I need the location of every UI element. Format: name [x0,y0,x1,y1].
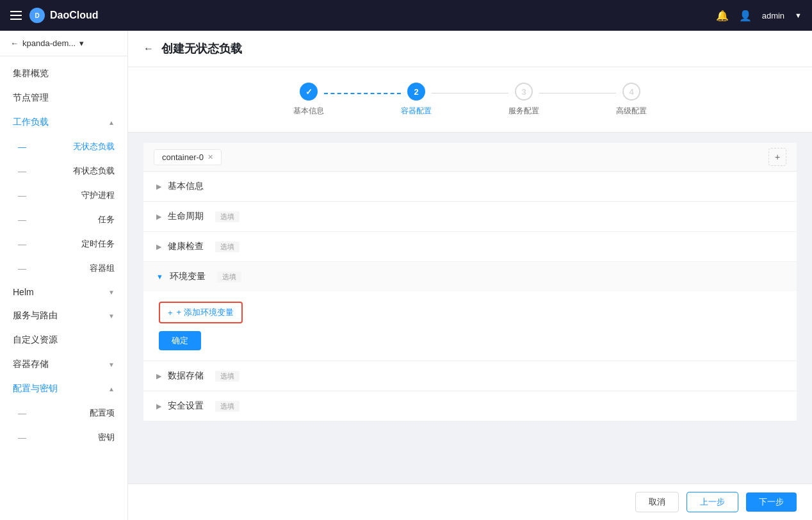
layout: ← kpanda-dem... ▾ 集群概览 节点管理 工作负载 ▲ — 无状态… [0,31,812,520]
env-section-content: + + 添加环境变量 确定 [143,291,797,361]
hamburger-menu[interactable] [10,11,22,20]
sidebar-item-container-group[interactable]: — 容器组 [0,256,127,280]
data-storage-chevron-icon: ▶ [156,372,161,380]
data-storage-badge: 选填 [215,371,240,382]
cancel-button[interactable]: 取消 [635,492,679,512]
health-check-chevron-icon: ▶ [156,243,161,251]
step-1: ✓ 基本信息 [293,83,324,117]
section-lifecycle-header[interactable]: ▶ 生命周期 选填 [143,202,797,231]
sidebar-item-stateful[interactable]: — 有状态负载 [0,159,127,183]
main-area: ← 创建无状态负载 ✓ 基本信息 2 [128,31,812,520]
env-vars-title: 环境变量 [170,271,206,282]
username: admin [762,11,784,20]
sidebar-item-task[interactable]: — 任务 [0,207,127,232]
section-security-settings-header[interactable]: ▶ 安全设置 选填 [143,391,797,421]
add-env-label: + 添加环境变量 [177,307,234,318]
sidebar-item-cron-task[interactable]: — 定时任务 [0,232,127,256]
lifecycle-chevron-icon: ▶ [156,213,161,221]
sidebar-item-config-secret[interactable]: 配置与密钥 ▲ [0,377,127,401]
nav-dash-icon8: — [18,433,26,443]
sidebar: ← kpanda-dem... ▾ 集群概览 节点管理 工作负载 ▲ — 无状态… [0,31,128,520]
step-3-circle: 3 [515,83,533,101]
data-storage-title: 数据存储 [168,370,204,382]
tab-close-icon[interactable]: ✕ [207,153,213,161]
nav-dash-icon7: — [18,409,26,418]
section-health-check: ▶ 健康检查 选填 [143,232,797,262]
security-settings-title: 安全设置 [168,400,204,412]
step-4-circle: 4 [622,83,640,101]
app-logo: D DaoCloud [29,8,99,23]
app-name: DaoCloud [50,10,99,21]
health-check-badge: 选填 [215,241,240,252]
sidebar-item-daemon[interactable]: — 守护进程 [0,183,127,207]
footer: 取消 上一步 下一步 [128,483,812,520]
sidebar-item-custom-resource[interactable]: 自定义资源 [0,328,127,352]
content-area: ✓ 基本信息 2 容器配置 [128,67,812,483]
nav-dash-icon3: — [18,191,26,200]
user-dropdown-icon[interactable]: ▼ [795,12,802,19]
section-data-storage: ▶ 数据存储 选填 [143,361,797,391]
step-3: 3 服务配置 [508,83,539,117]
section-basic-info: ▶ 基本信息 [143,172,797,202]
steps: ✓ 基本信息 2 容器配置 [293,83,647,117]
section-basic-info-header[interactable]: ▶ 基本信息 [143,172,797,201]
step-1-label: 基本信息 [293,106,324,117]
navbar: D DaoCloud 🔔 👤 admin ▼ [0,0,812,31]
confirm-button[interactable]: 确定 [159,331,201,350]
sidebar-item-secret[interactable]: — 密钥 [0,425,127,450]
health-check-title: 健康检查 [168,241,204,252]
add-env-button[interactable]: + + 添加环境变量 [159,302,243,323]
add-container-button[interactable]: + [768,148,786,166]
nav-dash-icon5: — [18,240,26,249]
notification-icon[interactable]: 🔔 [716,10,729,22]
step-3-label: 服务配置 [508,106,539,117]
sidebar-item-helm[interactable]: Helm ▼ [0,280,127,304]
sidebar-item-container-storage[interactable]: 容器存储 ▼ [0,352,127,377]
nav-dash-icon: — [18,142,26,152]
sidebar-item-node-management[interactable]: 节点管理 [0,86,127,110]
lifecycle-title: 生命周期 [168,211,204,222]
container-tabs: container-0 ✕ + ▶ 基本信息 [143,143,797,421]
step-4-label: 高级配置 [616,106,647,117]
workload-chevron-icon: ▲ [108,119,115,126]
config-chevron-icon: ▲ [108,386,115,393]
breadcrumb-text: kpanda-dem... [22,38,76,48]
logo-icon: D [29,8,45,23]
page-header: ← 创建无状态负载 [128,31,812,67]
security-settings-badge: 选填 [215,401,240,412]
nav-dash-icon2: — [18,167,26,176]
page-back-button[interactable]: ← [143,43,154,54]
sidebar-item-cluster-overview[interactable]: 集群概览 [0,61,127,86]
step-2-label: 容器配置 [401,106,432,117]
storage-chevron-icon: ▼ [108,361,115,368]
sidebar-item-config-item[interactable]: — 配置项 [0,401,127,425]
sidebar-item-workload[interactable]: 工作负载 ▲ [0,110,127,134]
next-step-button[interactable]: 下一步 [746,492,797,512]
add-env-plus-icon: + [168,308,173,318]
section-data-storage-header[interactable]: ▶ 数据存储 选填 [143,361,797,391]
helm-chevron-icon: ▼ [108,289,115,296]
container-tab-0[interactable]: container-0 ✕ [154,149,222,165]
section-env-vars: ▼ 环境变量 选填 + + 添加环境变量 [143,262,797,361]
form-area: container-0 ✕ + ▶ 基本信息 [128,133,812,432]
basic-info-title: 基本信息 [168,181,204,192]
step-2-circle: 2 [407,83,425,101]
lifecycle-badge: 选填 [215,211,240,222]
tabs-header: container-0 ✕ + [143,143,797,172]
back-arrow-icon: ← [10,38,19,48]
nav-dash-icon6: — [18,264,26,273]
section-env-vars-header[interactable]: ▼ 环境变量 选填 [143,262,797,291]
add-container-icon: + [775,152,780,162]
sidebar-item-stateless[interactable]: — 无状态负载 [0,134,127,159]
env-vars-chevron-icon: ▼ [156,273,163,280]
section-security-settings: ▶ 安全设置 选填 [143,391,797,421]
section-health-check-header[interactable]: ▶ 健康检查 选填 [143,232,797,261]
navbar-right: 🔔 👤 admin ▼ [716,10,802,22]
prev-step-button[interactable]: 上一步 [686,492,738,512]
sidebar-breadcrumb[interactable]: ← kpanda-dem... ▾ [0,31,127,56]
step-1-circle: ✓ [300,83,318,101]
sidebar-item-service-routing[interactable]: 服务与路由 ▼ [0,304,127,328]
steps-container: ✓ 基本信息 2 容器配置 [128,67,812,133]
page-title: 创建无状态负载 [161,41,242,56]
tab-label: container-0 [162,152,204,162]
